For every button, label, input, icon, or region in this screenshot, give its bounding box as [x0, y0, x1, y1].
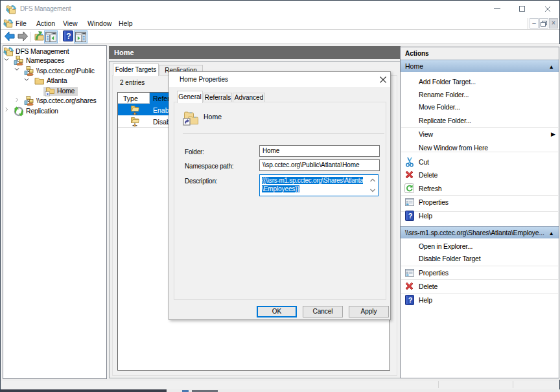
svg-text:?: ?: [66, 32, 71, 41]
